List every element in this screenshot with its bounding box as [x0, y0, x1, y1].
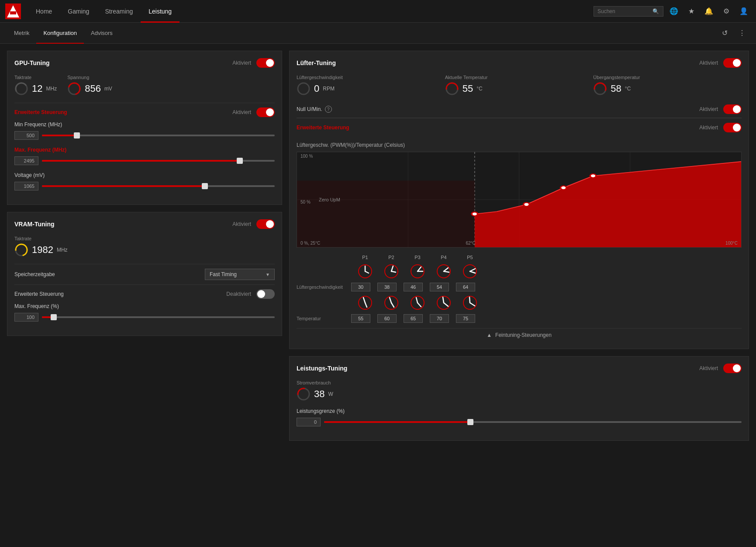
- aktuelle-temp-value: 55: [463, 83, 473, 94]
- temp-dial-svg-2: [383, 295, 399, 311]
- vram-taktrate-dial: [14, 243, 28, 257]
- luefter-dial-svg-3: [410, 263, 425, 279]
- feintuning-row[interactable]: ▲ Feintuning-Steuerungen: [297, 328, 742, 342]
- luefter-input-3[interactable]: [404, 283, 423, 291]
- fan-header-p1: P1: [353, 255, 377, 260]
- chart-title: Lüftergeschw. (PWM(%))/Temperatur (Celsi…: [297, 142, 742, 148]
- strom-dial: [297, 387, 311, 401]
- temp-dial-2: [380, 295, 403, 311]
- luefter-dial-svg-5: [462, 263, 478, 279]
- luefter-dials-row: [297, 263, 742, 279]
- temp-input-3[interactable]: [404, 314, 423, 323]
- taktrate-label: Taktrate: [14, 75, 57, 80]
- gpu-tuning-toggle[interactable]: [256, 58, 275, 68]
- nav-home[interactable]: Home: [28, 0, 60, 23]
- vram-tuning-toggle[interactable]: [256, 219, 275, 229]
- user-icon[interactable]: 👤: [737, 4, 751, 18]
- spannung-value: 856: [85, 83, 101, 94]
- temp-input-4[interactable]: [430, 314, 449, 323]
- null-umin-left: Null U/Min. ?: [297, 106, 332, 113]
- luefter-tuning-card: Lüfter-Tuning Aktiviert Lüftergeschwindi…: [289, 51, 749, 349]
- spannung-dial: [67, 82, 81, 96]
- strom-metric: Stromverbrauch 38 W: [297, 380, 742, 401]
- fan-points-table: P1 P2 P3 P4 P5: [297, 255, 742, 323]
- vram-erweiterte-value: Deaktiviert: [226, 291, 251, 297]
- nav-gaming[interactable]: Gaming: [60, 0, 97, 23]
- fan-header-p5: P5: [458, 255, 482, 260]
- gpu-tuning-card: GPU-Tuning Aktiviert Taktrate 12: [7, 51, 282, 205]
- chart-y50-label: 50 %: [300, 200, 311, 204]
- luefter-tuning-header: Lüfter-Tuning Aktiviert: [297, 58, 742, 68]
- aktuelle-temp-dial: [445, 82, 459, 96]
- svg-point-24: [590, 174, 596, 178]
- tab-advisors[interactable]: Advisors: [84, 23, 120, 44]
- temp-input-2[interactable]: [377, 314, 397, 323]
- vram-taktrate-unit: MHz: [57, 247, 68, 253]
- spannung-label: Spannung: [67, 75, 112, 80]
- strom-value: 38: [314, 388, 324, 400]
- topnav-links: Home Gaming Streaming Leistung: [28, 0, 594, 23]
- temp-dial-1: [353, 295, 377, 311]
- temp-val-2: [375, 314, 399, 323]
- leistungs-tuning-toggle[interactable]: [723, 364, 742, 373]
- temp-input-1[interactable]: [351, 314, 370, 323]
- temp-input-5[interactable]: [456, 314, 475, 323]
- voltage-track-row: 1065: [14, 182, 275, 190]
- aktuelle-temp-value-row: 55 °C: [445, 82, 587, 96]
- max-freq-track[interactable]: [42, 160, 275, 162]
- info-icon[interactable]: ?: [325, 106, 332, 113]
- vram-max-freq-track[interactable]: [42, 316, 275, 318]
- gpu-tuning-header-right: Aktiviert: [232, 58, 275, 68]
- more-icon[interactable]: ⋮: [735, 26, 749, 40]
- luefter-input-4[interactable]: [430, 283, 449, 291]
- temp-dial-svg-5: [462, 295, 478, 311]
- luefter-geschw-row-label: Lüftergeschwindigkeit: [297, 284, 349, 290]
- nav-streaming[interactable]: Streaming: [97, 0, 141, 23]
- search-icon: 🔍: [652, 8, 659, 14]
- bell-icon[interactable]: 🔔: [702, 4, 716, 18]
- null-umin-toggle[interactable]: [723, 104, 742, 114]
- globe-icon[interactable]: 🌐: [667, 4, 681, 18]
- luefter-dial-svg-2: [383, 263, 399, 279]
- gpu-erweiterte-toggle[interactable]: [256, 107, 275, 117]
- luefter-input-1[interactable]: [351, 283, 370, 291]
- luefter-input-5[interactable]: [456, 283, 475, 291]
- speicher-dropdown[interactable]: Fast Timing ▼: [205, 269, 275, 280]
- min-freq-label: Min Frequenz (MHz): [14, 121, 275, 128]
- fan-point-headers: P1 P2 P3 P4 P5: [353, 255, 482, 260]
- search-box[interactable]: 🔍: [594, 6, 663, 17]
- topnav-right: 🔍 🌐 ★ 🔔 ⚙ 👤: [594, 4, 751, 18]
- luefter-tuning-toggle[interactable]: [723, 58, 742, 68]
- temp-val-3: [401, 314, 425, 323]
- tab-metrik[interactable]: Metrik: [7, 23, 36, 44]
- leistungsgrenze-track-row: 0: [297, 418, 742, 426]
- vram-erweiterte-label: Erweiterte Steuerung: [14, 291, 64, 297]
- luefter-input-2[interactable]: [377, 283, 397, 291]
- luefter-geschw-unit: RPM: [323, 86, 335, 92]
- temp-dial-svg-1: [357, 295, 373, 311]
- fan-chart: 100 % 50 % 0 %, 25°C Zero UpM 62°C 100°C: [297, 152, 742, 248]
- leistungs-header-right: Aktiviert: [699, 364, 742, 373]
- temp-dial-svg-3: [410, 295, 425, 311]
- chart-y0-label: 0 %, 25°C: [300, 241, 320, 246]
- gear-icon[interactable]: ⚙: [719, 4, 733, 18]
- min-freq-track[interactable]: [42, 135, 275, 136]
- luefter-geschw-metric: Lüftergeschwindigkeit 0 RPM: [297, 75, 445, 96]
- tab-konfiguration[interactable]: Konfiguration: [36, 23, 84, 44]
- luefter-values-row: Lüftergeschwindigkeit: [297, 283, 742, 291]
- voltage-track[interactable]: [42, 185, 275, 187]
- luefter-val-3: [401, 283, 425, 291]
- nav-leistung[interactable]: Leistung: [141, 0, 180, 23]
- svg-point-11: [593, 82, 607, 96]
- vram-erweiterte-toggle[interactable]: [256, 289, 275, 299]
- temp-val-4: [428, 314, 451, 323]
- luefter-dial-2: [380, 263, 403, 279]
- vram-max-freq-label: Max. Frequenz (%): [14, 303, 275, 309]
- temp-dial-4: [432, 295, 456, 311]
- star-icon[interactable]: ★: [684, 4, 698, 18]
- search-input[interactable]: [597, 8, 650, 14]
- vram-erweiterte-right: Deaktiviert: [226, 289, 275, 299]
- refresh-icon[interactable]: ↺: [718, 26, 732, 40]
- luefter-erweiterte-toggle[interactable]: [723, 123, 742, 132]
- leistungsgrenze-track[interactable]: [324, 421, 742, 423]
